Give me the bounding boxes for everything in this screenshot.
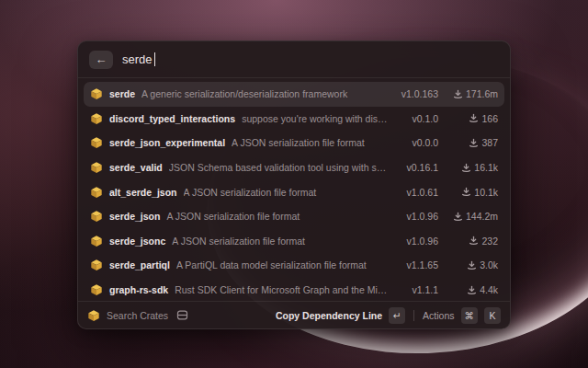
crate-description: JSON Schema based validation tool using … <box>169 162 391 173</box>
crate-icon <box>90 186 103 199</box>
crate-version: v1.1.65 <box>398 259 438 270</box>
footer-divider <box>413 310 414 321</box>
crate-version: v1.0.96 <box>398 236 438 247</box>
crate-description: A JSON serialization file format <box>232 137 391 148</box>
crate-description: A JSON serialization file format <box>166 211 391 222</box>
download-count: 3.0k <box>480 259 498 270</box>
primary-action-label[interactable]: Copy Dependency Line <box>276 310 382 321</box>
crate-version: v1.0.61 <box>398 187 438 198</box>
download-icon <box>469 138 479 148</box>
crate-name: serde_json_experimental <box>109 137 225 148</box>
crate-name: graph-rs-sdk <box>109 284 168 295</box>
crate-downloads: 10.1k <box>445 187 498 198</box>
crate-version: v1.1.1 <box>398 284 438 295</box>
download-count: 10.1k <box>474 187 498 198</box>
crate-downloads: 16.1k <box>445 162 498 173</box>
crate-icon <box>90 210 103 223</box>
result-row[interactable]: serdeA generic serialization/deserializa… <box>84 82 504 107</box>
download-icon <box>469 236 479 246</box>
crate-name: serde <box>109 88 135 99</box>
crate-icon <box>90 136 103 149</box>
crate-name: serde_partiql <box>109 259 170 270</box>
result-row[interactable]: serde_partiqlA PartiQL data model serial… <box>84 253 504 278</box>
search-input[interactable]: serde <box>122 52 155 66</box>
download-count: 144.2m <box>466 211 498 222</box>
crate-downloads: 4.4k <box>445 284 498 295</box>
result-row[interactable]: serde_jsoncA JSON serialization file for… <box>84 229 504 254</box>
crate-downloads: 387 <box>445 137 498 148</box>
crate-version: v1.0.163 <box>398 88 438 99</box>
crate-description: A JSON serialization file format <box>184 187 391 198</box>
crate-downloads: 166 <box>445 113 498 124</box>
cmd-keycap[interactable]: ⌘ <box>461 307 479 324</box>
download-icon <box>469 113 479 123</box>
download-count: 232 <box>481 236 498 247</box>
result-row[interactable]: serde_jsonA JSON serialization file form… <box>84 204 504 229</box>
result-row[interactable]: discord_typed_interactionssuppose you're… <box>84 107 504 132</box>
crate-icon <box>90 161 103 174</box>
crate-downloads: 171.6m <box>445 88 498 99</box>
crate-icon <box>90 87 103 100</box>
download-icon <box>467 260 477 270</box>
crate-name: serde_json <box>109 211 160 222</box>
crate-name: serde_jsonc <box>109 236 165 247</box>
crate-description: A PartiQL data model serialization file … <box>176 259 391 270</box>
crate-icon <box>90 235 103 247</box>
crate-version: v0.0.0 <box>398 137 438 148</box>
download-icon <box>461 163 471 173</box>
extension-name: Search Crates <box>107 310 168 321</box>
crate-name: discord_typed_interactions <box>109 113 235 124</box>
actions-button[interactable]: Actions <box>423 310 454 321</box>
result-row[interactable]: alt_serde_jsonA JSON serialization file … <box>84 179 504 204</box>
text-caret <box>154 52 156 66</box>
crate-version: v1.0.96 <box>398 211 438 222</box>
download-icon <box>461 187 471 197</box>
crate-version: v0.1.0 <box>398 113 438 124</box>
download-count: 387 <box>481 137 498 148</box>
download-count: 166 <box>481 113 498 124</box>
crate-name: serde_valid <box>109 162 163 173</box>
disk-icon[interactable] <box>176 309 188 321</box>
result-row[interactable]: graph-rs-sdkRust SDK Client for Microsof… <box>84 278 504 301</box>
download-count: 4.4k <box>480 284 498 295</box>
crate-icon <box>90 283 103 296</box>
result-row[interactable]: serde_validJSON Schema based validation … <box>84 155 504 180</box>
crate-name: alt_serde_json <box>109 187 177 198</box>
download-count: 171.6m <box>466 88 498 99</box>
search-bar: ← serde <box>78 41 510 78</box>
download-count: 16.1k <box>474 162 498 173</box>
k-keycap[interactable]: K <box>484 307 501 324</box>
result-row[interactable]: serde_json_experimentalA JSON serializat… <box>84 131 504 155</box>
back-arrow-icon: ← <box>96 53 107 65</box>
back-button[interactable]: ← <box>89 51 113 69</box>
download-icon <box>467 285 477 295</box>
enter-keycap[interactable]: ↵ <box>389 307 405 324</box>
crate-version: v0.16.1 <box>398 162 438 173</box>
crate-icon <box>90 259 103 271</box>
crate-description: Rust SDK Client for Microsoft Graph and … <box>175 284 391 295</box>
launcher-window: ← serde serdeA generic serialization/des… <box>77 40 511 329</box>
crate-downloads: 3.0k <box>445 259 498 270</box>
crate-icon <box>87 309 100 322</box>
search-query-text: serde <box>122 52 153 66</box>
download-icon <box>453 89 463 99</box>
crate-description: A generic serialization/deserialization … <box>141 88 391 99</box>
status-bar: Search Crates Copy Dependency Line ↵ Act… <box>78 301 510 328</box>
results-list: serdeA generic serialization/deserializa… <box>78 78 510 301</box>
crate-downloads: 232 <box>445 236 498 247</box>
crate-description: A JSON serialization file format <box>172 236 391 247</box>
crate-downloads: 144.2m <box>445 211 498 222</box>
crate-description: suppose you're working with discord slas… <box>242 113 391 124</box>
crate-icon <box>90 112 103 125</box>
download-icon <box>453 212 463 222</box>
